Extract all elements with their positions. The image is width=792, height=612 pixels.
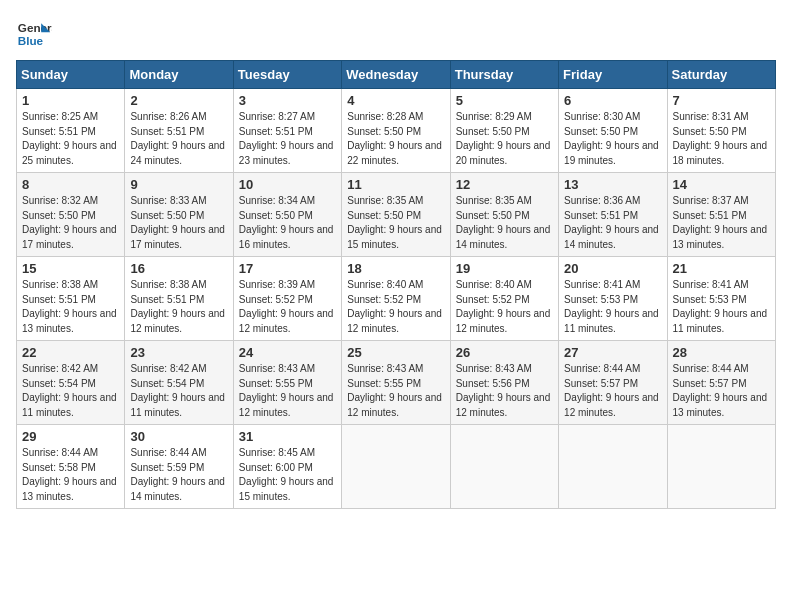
day-info: Sunrise: 8:36 AM Sunset: 5:51 PM Dayligh… xyxy=(564,194,661,252)
day-number: 12 xyxy=(456,177,553,192)
day-info: Sunrise: 8:43 AM Sunset: 5:56 PM Dayligh… xyxy=(456,362,553,420)
calendar-cell: 20 Sunrise: 8:41 AM Sunset: 5:53 PM Dayl… xyxy=(559,257,667,341)
calendar-cell: 29 Sunrise: 8:44 AM Sunset: 5:58 PM Dayl… xyxy=(17,425,125,509)
day-number: 20 xyxy=(564,261,661,276)
weekday-header-sunday: Sunday xyxy=(17,61,125,89)
day-info: Sunrise: 8:35 AM Sunset: 5:50 PM Dayligh… xyxy=(456,194,553,252)
day-info: Sunrise: 8:25 AM Sunset: 5:51 PM Dayligh… xyxy=(22,110,119,168)
day-info: Sunrise: 8:38 AM Sunset: 5:51 PM Dayligh… xyxy=(130,278,227,336)
calendar-cell: 31 Sunrise: 8:45 AM Sunset: 6:00 PM Dayl… xyxy=(233,425,341,509)
day-info: Sunrise: 8:28 AM Sunset: 5:50 PM Dayligh… xyxy=(347,110,444,168)
day-number: 18 xyxy=(347,261,444,276)
calendar-week-row: 29 Sunrise: 8:44 AM Sunset: 5:58 PM Dayl… xyxy=(17,425,776,509)
calendar-cell: 30 Sunrise: 8:44 AM Sunset: 5:59 PM Dayl… xyxy=(125,425,233,509)
calendar-cell xyxy=(342,425,450,509)
day-info: Sunrise: 8:44 AM Sunset: 5:59 PM Dayligh… xyxy=(130,446,227,504)
day-info: Sunrise: 8:42 AM Sunset: 5:54 PM Dayligh… xyxy=(22,362,119,420)
calendar-cell: 2 Sunrise: 8:26 AM Sunset: 5:51 PM Dayli… xyxy=(125,89,233,173)
day-number: 19 xyxy=(456,261,553,276)
calendar-cell: 1 Sunrise: 8:25 AM Sunset: 5:51 PM Dayli… xyxy=(17,89,125,173)
calendar-cell: 23 Sunrise: 8:42 AM Sunset: 5:54 PM Dayl… xyxy=(125,341,233,425)
day-number: 29 xyxy=(22,429,119,444)
logo: General Blue xyxy=(16,16,52,52)
calendar-week-row: 1 Sunrise: 8:25 AM Sunset: 5:51 PM Dayli… xyxy=(17,89,776,173)
day-number: 5 xyxy=(456,93,553,108)
calendar-cell: 7 Sunrise: 8:31 AM Sunset: 5:50 PM Dayli… xyxy=(667,89,775,173)
day-number: 31 xyxy=(239,429,336,444)
day-info: Sunrise: 8:26 AM Sunset: 5:51 PM Dayligh… xyxy=(130,110,227,168)
day-info: Sunrise: 8:44 AM Sunset: 5:57 PM Dayligh… xyxy=(673,362,770,420)
calendar-cell: 21 Sunrise: 8:41 AM Sunset: 5:53 PM Dayl… xyxy=(667,257,775,341)
day-info: Sunrise: 8:40 AM Sunset: 5:52 PM Dayligh… xyxy=(456,278,553,336)
day-number: 16 xyxy=(130,261,227,276)
calendar-cell: 11 Sunrise: 8:35 AM Sunset: 5:50 PM Dayl… xyxy=(342,173,450,257)
svg-text:Blue: Blue xyxy=(18,34,44,47)
day-number: 26 xyxy=(456,345,553,360)
weekday-header-tuesday: Tuesday xyxy=(233,61,341,89)
svg-text:General: General xyxy=(18,21,52,34)
day-number: 8 xyxy=(22,177,119,192)
calendar-week-row: 22 Sunrise: 8:42 AM Sunset: 5:54 PM Dayl… xyxy=(17,341,776,425)
day-info: Sunrise: 8:35 AM Sunset: 5:50 PM Dayligh… xyxy=(347,194,444,252)
calendar-cell: 18 Sunrise: 8:40 AM Sunset: 5:52 PM Dayl… xyxy=(342,257,450,341)
day-info: Sunrise: 8:41 AM Sunset: 5:53 PM Dayligh… xyxy=(564,278,661,336)
day-number: 3 xyxy=(239,93,336,108)
day-info: Sunrise: 8:39 AM Sunset: 5:52 PM Dayligh… xyxy=(239,278,336,336)
weekday-header-wednesday: Wednesday xyxy=(342,61,450,89)
day-number: 15 xyxy=(22,261,119,276)
calendar-week-row: 8 Sunrise: 8:32 AM Sunset: 5:50 PM Dayli… xyxy=(17,173,776,257)
calendar-table: SundayMondayTuesdayWednesdayThursdayFrid… xyxy=(16,60,776,509)
calendar-cell: 6 Sunrise: 8:30 AM Sunset: 5:50 PM Dayli… xyxy=(559,89,667,173)
calendar-cell: 17 Sunrise: 8:39 AM Sunset: 5:52 PM Dayl… xyxy=(233,257,341,341)
day-info: Sunrise: 8:34 AM Sunset: 5:50 PM Dayligh… xyxy=(239,194,336,252)
calendar-cell xyxy=(559,425,667,509)
calendar-cell: 16 Sunrise: 8:38 AM Sunset: 5:51 PM Dayl… xyxy=(125,257,233,341)
day-info: Sunrise: 8:30 AM Sunset: 5:50 PM Dayligh… xyxy=(564,110,661,168)
day-number: 21 xyxy=(673,261,770,276)
day-info: Sunrise: 8:32 AM Sunset: 5:50 PM Dayligh… xyxy=(22,194,119,252)
day-info: Sunrise: 8:37 AM Sunset: 5:51 PM Dayligh… xyxy=(673,194,770,252)
calendar-cell: 10 Sunrise: 8:34 AM Sunset: 5:50 PM Dayl… xyxy=(233,173,341,257)
day-info: Sunrise: 8:41 AM Sunset: 5:53 PM Dayligh… xyxy=(673,278,770,336)
day-number: 23 xyxy=(130,345,227,360)
day-number: 10 xyxy=(239,177,336,192)
day-number: 17 xyxy=(239,261,336,276)
day-info: Sunrise: 8:31 AM Sunset: 5:50 PM Dayligh… xyxy=(673,110,770,168)
day-number: 6 xyxy=(564,93,661,108)
day-number: 14 xyxy=(673,177,770,192)
calendar-cell: 25 Sunrise: 8:43 AM Sunset: 5:55 PM Dayl… xyxy=(342,341,450,425)
day-info: Sunrise: 8:42 AM Sunset: 5:54 PM Dayligh… xyxy=(130,362,227,420)
calendar-cell: 22 Sunrise: 8:42 AM Sunset: 5:54 PM Dayl… xyxy=(17,341,125,425)
day-number: 2 xyxy=(130,93,227,108)
day-number: 1 xyxy=(22,93,119,108)
day-info: Sunrise: 8:38 AM Sunset: 5:51 PM Dayligh… xyxy=(22,278,119,336)
calendar-cell: 15 Sunrise: 8:38 AM Sunset: 5:51 PM Dayl… xyxy=(17,257,125,341)
calendar-cell: 27 Sunrise: 8:44 AM Sunset: 5:57 PM Dayl… xyxy=(559,341,667,425)
day-number: 27 xyxy=(564,345,661,360)
calendar-cell: 26 Sunrise: 8:43 AM Sunset: 5:56 PM Dayl… xyxy=(450,341,558,425)
day-info: Sunrise: 8:29 AM Sunset: 5:50 PM Dayligh… xyxy=(456,110,553,168)
calendar-cell: 12 Sunrise: 8:35 AM Sunset: 5:50 PM Dayl… xyxy=(450,173,558,257)
weekday-header-thursday: Thursday xyxy=(450,61,558,89)
day-number: 28 xyxy=(673,345,770,360)
day-number: 7 xyxy=(673,93,770,108)
calendar-cell: 8 Sunrise: 8:32 AM Sunset: 5:50 PM Dayli… xyxy=(17,173,125,257)
calendar-cell: 19 Sunrise: 8:40 AM Sunset: 5:52 PM Dayl… xyxy=(450,257,558,341)
calendar-cell: 9 Sunrise: 8:33 AM Sunset: 5:50 PM Dayli… xyxy=(125,173,233,257)
day-info: Sunrise: 8:43 AM Sunset: 5:55 PM Dayligh… xyxy=(347,362,444,420)
weekday-header-friday: Friday xyxy=(559,61,667,89)
calendar-week-row: 15 Sunrise: 8:38 AM Sunset: 5:51 PM Dayl… xyxy=(17,257,776,341)
weekday-header-saturday: Saturday xyxy=(667,61,775,89)
day-info: Sunrise: 8:43 AM Sunset: 5:55 PM Dayligh… xyxy=(239,362,336,420)
calendar-cell: 5 Sunrise: 8:29 AM Sunset: 5:50 PM Dayli… xyxy=(450,89,558,173)
day-info: Sunrise: 8:27 AM Sunset: 5:51 PM Dayligh… xyxy=(239,110,336,168)
page-header: General Blue xyxy=(16,16,776,52)
day-number: 9 xyxy=(130,177,227,192)
day-number: 4 xyxy=(347,93,444,108)
calendar-cell xyxy=(667,425,775,509)
day-number: 22 xyxy=(22,345,119,360)
day-info: Sunrise: 8:44 AM Sunset: 5:58 PM Dayligh… xyxy=(22,446,119,504)
calendar-cell: 14 Sunrise: 8:37 AM Sunset: 5:51 PM Dayl… xyxy=(667,173,775,257)
day-info: Sunrise: 8:44 AM Sunset: 5:57 PM Dayligh… xyxy=(564,362,661,420)
day-info: Sunrise: 8:33 AM Sunset: 5:50 PM Dayligh… xyxy=(130,194,227,252)
